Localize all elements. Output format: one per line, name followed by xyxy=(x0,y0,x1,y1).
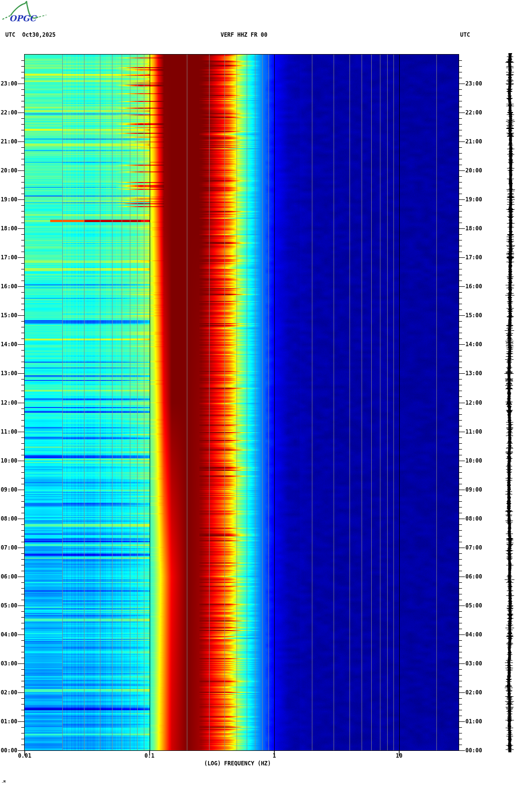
date-label: Oct30,2025 xyxy=(22,31,56,38)
page-corner-mark: .M xyxy=(1,780,5,784)
x-axis-title: (LOG) FREQUENCY (HZ) xyxy=(199,760,276,767)
spectrogram-canvas xyxy=(0,0,532,789)
utc-label-right: UTC xyxy=(460,31,470,38)
spectrogram-page: OPGC UTC Oct30,2025 VERF HHZ FR 00 UTC 2… xyxy=(0,0,532,789)
opgc-logo: OPGC xyxy=(1,1,49,24)
plot-title: VERF HHZ FR 00 xyxy=(221,31,267,38)
logo-dash-right xyxy=(39,15,46,17)
logo-text: OPGC xyxy=(9,14,37,23)
utc-label-left: UTC xyxy=(5,31,15,38)
